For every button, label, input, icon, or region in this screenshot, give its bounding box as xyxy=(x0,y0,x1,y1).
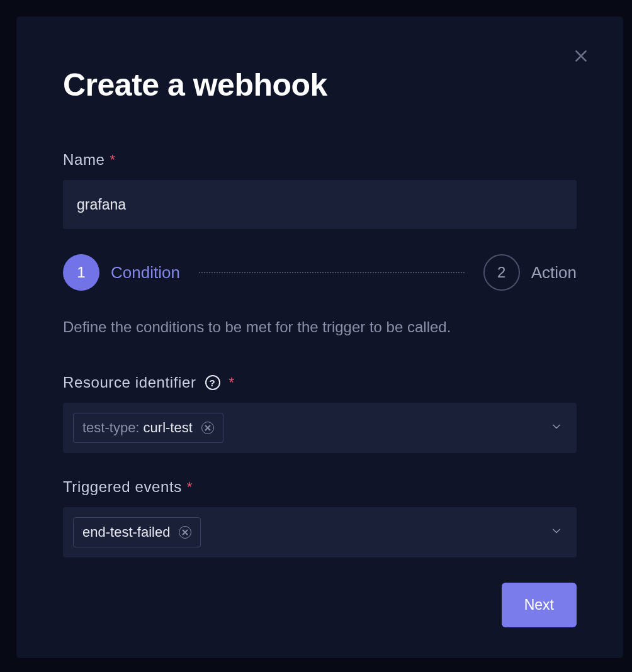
event-tag-value: end-test-failed xyxy=(82,524,170,540)
step-divider xyxy=(199,272,465,273)
create-webhook-modal: Create a webhook Name* 1 Condition 2 Act… xyxy=(16,16,623,658)
step-condition[interactable]: 1 Condition xyxy=(63,254,180,291)
wizard-stepper: 1 Condition 2 Action xyxy=(63,254,577,291)
step-action[interactable]: 2 Action xyxy=(483,254,577,291)
help-icon[interactable]: ? xyxy=(205,375,220,390)
close-button[interactable] xyxy=(573,48,589,64)
events-label-text: Triggered events xyxy=(63,478,182,496)
modal-title: Create a webhook xyxy=(63,67,577,103)
triggered-events-select[interactable]: end-test-failed xyxy=(63,507,577,557)
close-icon xyxy=(182,529,188,535)
resource-field-block: Resource identifier ? * test-type: curl-… xyxy=(63,374,577,453)
required-asterisk: * xyxy=(187,479,193,495)
name-label-text: Name xyxy=(63,151,104,169)
resource-tag: test-type: curl-test xyxy=(73,413,223,443)
event-tag: end-test-failed xyxy=(73,517,201,547)
name-field-block: Name* xyxy=(63,151,577,229)
resource-tag-remove[interactable] xyxy=(201,422,214,434)
close-icon xyxy=(573,48,589,64)
name-label: Name* xyxy=(63,151,577,169)
next-button[interactable]: Next xyxy=(502,583,577,627)
event-tag-remove[interactable] xyxy=(179,526,191,539)
resource-tag-key: test-type: xyxy=(82,420,144,435)
chevron-down-icon xyxy=(550,420,563,435)
chevron-down-icon xyxy=(550,525,563,540)
step-description: Define the conditions to be met for the … xyxy=(63,316,577,339)
step-2-label: Action xyxy=(531,263,577,283)
step-1-number: 1 xyxy=(63,254,99,291)
step-2-number: 2 xyxy=(483,254,520,291)
events-field-block: Triggered events* end-test-failed xyxy=(63,478,577,557)
close-icon xyxy=(205,425,211,431)
required-asterisk: * xyxy=(229,374,235,391)
name-input[interactable] xyxy=(63,180,577,229)
modal-footer: Next xyxy=(63,583,577,627)
step-1-label: Condition xyxy=(111,263,180,283)
events-label: Triggered events* xyxy=(63,478,577,496)
resource-identifier-select[interactable]: test-type: curl-test xyxy=(63,403,577,453)
resource-label: Resource identifier ? * xyxy=(63,374,577,391)
resource-label-text: Resource identifier xyxy=(63,374,196,391)
required-asterisk: * xyxy=(110,152,115,168)
resource-tag-value: curl-test xyxy=(144,420,193,435)
